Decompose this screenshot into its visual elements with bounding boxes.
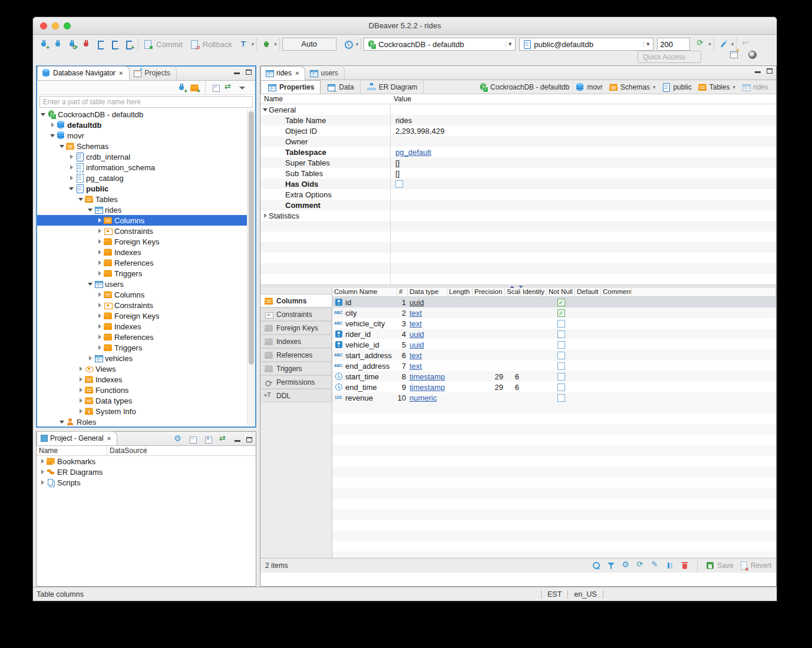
magic-wand-button[interactable] bbox=[717, 37, 731, 51]
property-row-object-id[interactable]: Object ID2,293,998,429 bbox=[260, 125, 776, 136]
expand-arrow-icon[interactable] bbox=[96, 292, 103, 297]
property-row-owner[interactable]: Owner bbox=[260, 136, 776, 147]
tree-item-crdb-internal[interactable]: crdb_internal bbox=[37, 151, 247, 162]
project-item-bookmarks[interactable]: Bookmarks bbox=[37, 456, 256, 467]
transaction-log-button[interactable] bbox=[341, 37, 355, 51]
grid-header-scale[interactable]: Scale bbox=[505, 288, 521, 296]
expand-arrow-icon[interactable] bbox=[68, 154, 75, 159]
not-null-checkbox[interactable]: ✓ bbox=[557, 299, 565, 306]
quick-access-input[interactable] bbox=[638, 51, 701, 63]
collapse-arrow-icon[interactable] bbox=[68, 187, 75, 190]
debug-button[interactable] bbox=[259, 37, 273, 51]
not-null-checkbox[interactable] bbox=[557, 373, 565, 381]
expand-arrow-icon[interactable] bbox=[77, 377, 84, 382]
grid-header-column-name[interactable]: Column Name bbox=[332, 288, 397, 296]
maximize-panel-icon[interactable] bbox=[246, 70, 252, 75]
breadcrumb-cockroachdb-defaultdb[interactable]: CockroachDB - defaultdb bbox=[477, 82, 571, 92]
new-connection-icon[interactable]: + bbox=[177, 83, 186, 92]
minimize-panel-icon[interactable] bbox=[235, 438, 240, 442]
not-null-checkbox[interactable] bbox=[557, 352, 565, 359]
tab-projects[interactable]: Projects bbox=[130, 66, 177, 80]
edit-icon[interactable] bbox=[651, 561, 660, 570]
property-row-has-oids[interactable]: Has Oids bbox=[260, 178, 776, 189]
expand-arrow-icon[interactable] bbox=[96, 335, 103, 339]
rollback-button[interactable] bbox=[187, 37, 202, 51]
property-row-extra-options[interactable]: Extra Options bbox=[260, 189, 776, 200]
grid-header-precision[interactable]: Precision bbox=[473, 288, 505, 296]
expand-arrow-icon[interactable] bbox=[87, 356, 94, 361]
new-folder-icon[interactable] bbox=[190, 83, 199, 92]
close-icon[interactable]: × bbox=[119, 70, 123, 77]
grid-header--[interactable]: # bbox=[397, 288, 408, 296]
table-filter-input[interactable] bbox=[39, 96, 253, 108]
tree-item-defaultdb[interactable]: defaultdb bbox=[37, 120, 247, 130]
column-row-id[interactable]: id1uuid✓ bbox=[332, 297, 776, 308]
not-null-checkbox[interactable] bbox=[557, 383, 565, 391]
tree-item-movr[interactable]: movr bbox=[37, 130, 247, 141]
column-row-rider_id[interactable]: rider_id4uuid bbox=[332, 329, 776, 339]
not-null-checkbox[interactable] bbox=[557, 394, 565, 402]
expand-arrow-icon[interactable] bbox=[39, 480, 46, 485]
tree-item-pg-catalog[interactable]: pg_catalog bbox=[37, 173, 247, 183]
data-type-link[interactable]: timestamp bbox=[410, 383, 445, 392]
tree-item-schemas[interactable]: Schemas bbox=[37, 141, 247, 151]
tab-project-general[interactable]: Project - General× bbox=[37, 431, 117, 445]
data-type-link[interactable]: text bbox=[410, 319, 422, 328]
tree-item-foreign-keys[interactable]: Foreign Keys bbox=[37, 310, 247, 321]
tree-item-information-schema[interactable]: information_schema bbox=[37, 162, 247, 173]
breadcrumb-movr[interactable]: movr bbox=[573, 82, 605, 92]
object-tab-permissions[interactable]: Permissions bbox=[260, 375, 332, 389]
tree-item-triggers[interactable]: Triggers bbox=[37, 342, 247, 353]
expand-arrow-icon[interactable] bbox=[77, 409, 84, 414]
section-arrow-icon[interactable] bbox=[262, 213, 269, 218]
data-type-link[interactable]: text bbox=[410, 351, 422, 360]
link-with-editor-icon[interactable] bbox=[225, 83, 234, 92]
minimize-panel-icon[interactable] bbox=[234, 70, 240, 74]
expand-arrow-icon[interactable] bbox=[77, 366, 84, 371]
connection-combo[interactable]: CockroachDB - defaultdb ▼ bbox=[364, 38, 516, 51]
new-sql-editor-button[interactable]: + bbox=[121, 37, 136, 51]
expand-arrow-icon[interactable] bbox=[39, 459, 46, 464]
column-row-vehicle_city[interactable]: vehicle_city3text bbox=[332, 318, 776, 329]
project-item-er-diagrams[interactable]: ER Diagrams bbox=[37, 467, 256, 477]
section-arrow-icon[interactable] bbox=[262, 108, 269, 111]
tree-item-references[interactable]: References bbox=[37, 257, 247, 268]
expand-arrow-icon[interactable] bbox=[96, 303, 103, 308]
tree-item-triggers[interactable]: Triggers bbox=[37, 268, 247, 279]
open-sql-editor-button[interactable]: → bbox=[107, 37, 121, 51]
refresh-button[interactable] bbox=[694, 37, 708, 51]
data-type-link[interactable]: numeric bbox=[410, 394, 437, 402]
tree-item-constraints[interactable]: Constraints bbox=[37, 226, 247, 236]
property-row-statistics[interactable]: Statistics bbox=[260, 210, 776, 221]
data-type-link[interactable]: timestamp bbox=[410, 372, 445, 381]
expand-all-icon[interactable] bbox=[204, 435, 213, 444]
tree-item-foreign-keys[interactable]: Foreign Keys bbox=[37, 236, 247, 247]
tree-item-constraints[interactable]: Constraints bbox=[37, 300, 247, 310]
tree-item-vehicles[interactable]: vehicles bbox=[37, 353, 247, 363]
data-type-link[interactable]: uuid bbox=[410, 340, 424, 349]
debug-caret[interactable]: ▾ bbox=[274, 41, 277, 47]
collapse-all-icon[interactable] bbox=[212, 83, 221, 92]
revert-button[interactable]: Revert bbox=[739, 561, 771, 570]
expand-arrow-icon[interactable] bbox=[96, 324, 103, 329]
data-type-link[interactable]: uuid bbox=[410, 330, 424, 339]
property-row-sub-tables[interactable]: Sub Tables[] bbox=[260, 168, 776, 178]
breadcrumb-caret-icon[interactable]: ▾ bbox=[653, 84, 656, 90]
commit-mode-combo[interactable]: Auto bbox=[282, 38, 336, 51]
breadcrumb-schemas[interactable]: Schemas▾ bbox=[607, 82, 658, 92]
delete-icon[interactable] bbox=[680, 561, 689, 570]
disconnect-button[interactable] bbox=[79, 37, 93, 51]
object-tab-ddl[interactable]: DDL bbox=[260, 389, 332, 402]
schema-combo-caret[interactable]: ▼ bbox=[643, 41, 652, 47]
project-col-datasource[interactable]: DataSource bbox=[107, 446, 146, 455]
maximize-editor-icon[interactable] bbox=[767, 68, 773, 74]
tree-item-columns[interactable]: Columns bbox=[37, 215, 247, 226]
collapse-arrow-icon[interactable] bbox=[49, 134, 56, 137]
expand-arrow-icon[interactable] bbox=[68, 165, 75, 170]
expand-arrow-icon[interactable] bbox=[96, 345, 103, 350]
minimize-editor-icon[interactable] bbox=[755, 69, 761, 73]
editor-tab-rides[interactable]: rides× bbox=[260, 66, 305, 80]
wand-caret[interactable]: ▾ bbox=[731, 41, 734, 47]
collapse-arrow-icon[interactable] bbox=[77, 198, 84, 201]
column-row-revenue[interactable]: revenue10numeric bbox=[332, 392, 776, 403]
